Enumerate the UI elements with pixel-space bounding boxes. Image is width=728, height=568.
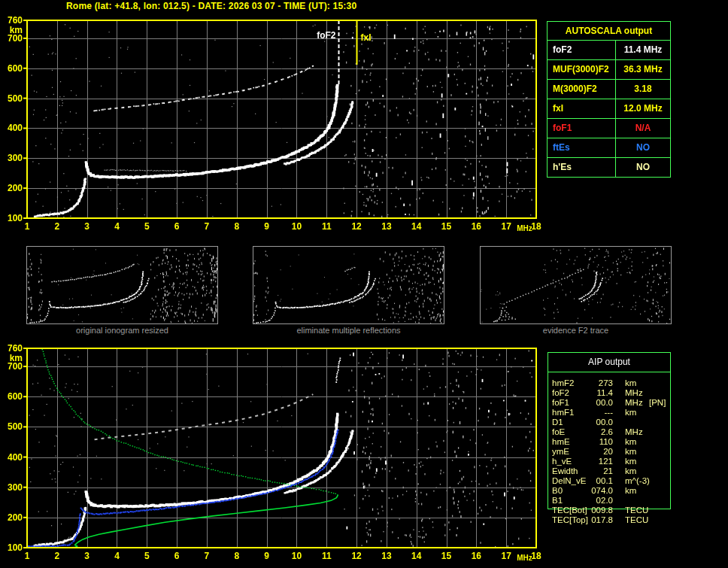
aip-cell-val: 110 [584, 437, 613, 447]
aip-cell-extra: [PN] [649, 398, 666, 408]
autoscala-param-value: N/A [616, 119, 670, 138]
aip-cell-name: ymE [552, 447, 569, 457]
aip-cell-name: hmF2 [552, 378, 574, 388]
thumbnail-eliminate-reflections [253, 246, 444, 324]
aip-cell-unit: km [625, 437, 636, 447]
aip-cell-unit: TECU [625, 506, 648, 515]
aip-cell-unit: km [625, 457, 636, 466]
aip-cell-val: 2.6 [584, 427, 613, 437]
autoscala-param-value: 3.18 [616, 80, 670, 99]
aip-row-TEC[Top]: TEC[Top]017.8TECU [548, 515, 676, 525]
autoscala-row-ftEs: ftEsNO [548, 138, 670, 157]
aip-row-D1: D100.0 [548, 418, 676, 427]
aip-row-hmF2: hmF2273km [548, 378, 676, 388]
aip-row-DelN_vE: DelN_vE00.1m^(-3) [548, 476, 676, 486]
aip-cell-val: 00.1 [584, 476, 613, 486]
aip-cell-name: foF1 [552, 398, 569, 408]
aip-cell-val: 02.0 [584, 496, 613, 506]
aip-cell-name: hmE [552, 437, 570, 447]
station-date-title: Rome (lat: +41.8, lon: 012.5) - DATE: 20… [66, 1, 427, 11]
aip-row-ymE: ymE20km [548, 447, 676, 457]
aip-cell-val: 00.0 [584, 398, 613, 408]
autoscala-param-label: ftEs [548, 138, 616, 157]
thumbnail-original-ionogram [26, 246, 218, 324]
profile-ionogram-canvas [0, 339, 549, 566]
autoscala-row-M(3000)F2: M(3000)F23.18 [548, 79, 670, 99]
aip-cell-unit: TECU [625, 515, 648, 525]
aip-row-foE: foE2.6MHz [548, 427, 676, 437]
aip-cell-val: 00.0 [584, 418, 613, 427]
autoscala-param-label: MUF(3000)F2 [548, 60, 616, 79]
aip-table-title: AIP output [548, 353, 670, 372]
aip-cell-unit: km [625, 486, 636, 496]
aip-cell-name: foE [552, 427, 565, 437]
aip-row-hmE: hmE110km [548, 437, 676, 447]
aip-cell-val: 009.8 [584, 506, 613, 515]
aip-cell-val: 11.4 [584, 388, 613, 398]
aip-cell-name: h_vE [552, 457, 572, 466]
autoscala-row-MUF(3000)F2: MUF(3000)F236.3 MHz [548, 59, 670, 79]
autoscala-param-value: 11.4 MHz [616, 41, 670, 59]
aip-cell-unit: MHz [625, 398, 643, 408]
aip-cell-unit: m^(-3) [625, 476, 650, 486]
aip-row-hmF1: hmF1---km [548, 408, 676, 418]
thumbnail-caption-evidence: evidence F2 trace [480, 326, 672, 335]
thumbnail-caption-eliminate: eliminate multiple reflections [253, 326, 444, 335]
aip-row-B0: B0074.0km [548, 486, 676, 496]
autoscala-row-foF1: foF1N/A [548, 118, 670, 138]
aip-row-Ewidth: Ewidth21km [548, 466, 676, 476]
aip-cell-name: B1 [552, 496, 563, 506]
aip-cell-unit: km [625, 408, 636, 418]
aip-cell-name: hmF1 [552, 408, 574, 418]
autoscala-table-title: AUTOSCALA output [548, 22, 670, 40]
autoscala-param-label: foF1 [548, 119, 616, 138]
aip-row-foF2: foF211.4MHz [548, 388, 676, 398]
aip-cell-val: --- [584, 408, 613, 418]
autoscala-param-label: M(3000)F2 [548, 80, 616, 99]
autoscala-param-value: NO [616, 158, 670, 177]
autoscala-param-value: 12.0 MHz [616, 99, 670, 118]
autoscala-param-label: fxI [548, 99, 616, 118]
aip-cell-unit: MHz [625, 388, 643, 398]
aip-cell-name: D1 [552, 418, 563, 427]
aip-cell-name: TEC[Bot] [552, 506, 587, 515]
aip-cell-val: 121 [584, 457, 613, 466]
aip-row-foF1: foF100.0MHz[PN] [548, 398, 676, 408]
aip-cell-val: 20 [584, 447, 613, 457]
aip-cell-val: 074.0 [584, 486, 613, 496]
autoscala-row-h'Es: h'EsNO [548, 157, 670, 177]
aip-cell-name: TEC[Top] [552, 515, 588, 525]
aip-cell-unit: km [625, 378, 636, 388]
aip-cell-name: B0 [552, 486, 563, 496]
aip-cell-unit: km [625, 466, 636, 476]
aip-cell-unit: MHz [625, 427, 643, 437]
thumbnail-evidence-f2 [480, 246, 672, 324]
thumbnail-caption-original: original ionogram resized [26, 326, 218, 335]
aip-row-TEC[Bot]: TEC[Bot]009.8TECU [548, 506, 676, 515]
aip-cell-unit: km [625, 447, 636, 457]
aip-cell-val: 273 [584, 378, 613, 388]
aip-cell-name: foF2 [552, 388, 569, 398]
aip-cell-val: 21 [584, 466, 613, 476]
autoscala-table-rows: foF211.4 MHzMUF(3000)F236.3 MHzM(3000)F2… [548, 40, 670, 177]
autoscala-param-label: foF2 [548, 41, 616, 59]
autoscala-row-fxI: fxI12.0 MHz [548, 99, 670, 118]
aip-row-B1: B102.0 [548, 496, 676, 506]
autoscala-output-table: AUTOSCALA output foF211.4 MHzMUF(3000)F2… [547, 21, 671, 178]
autoscala-window: Rome (lat: +41.8, lon: 012.5) - DATE: 20… [0, 0, 728, 568]
aip-row-h_vE: h_vE121km [548, 457, 676, 466]
aip-cell-val: 017.8 [584, 515, 613, 525]
autoscala-param-value: NO [616, 138, 670, 157]
aip-cell-name: Ewidth [552, 466, 578, 476]
aip-cell-name: DelN_vE [552, 476, 586, 486]
main-ionogram-canvas [0, 11, 549, 237]
autoscala-row-foF2: foF211.4 MHz [548, 40, 670, 59]
autoscala-param-label: h'Es [548, 158, 616, 177]
autoscala-param-value: 36.3 MHz [616, 60, 670, 79]
